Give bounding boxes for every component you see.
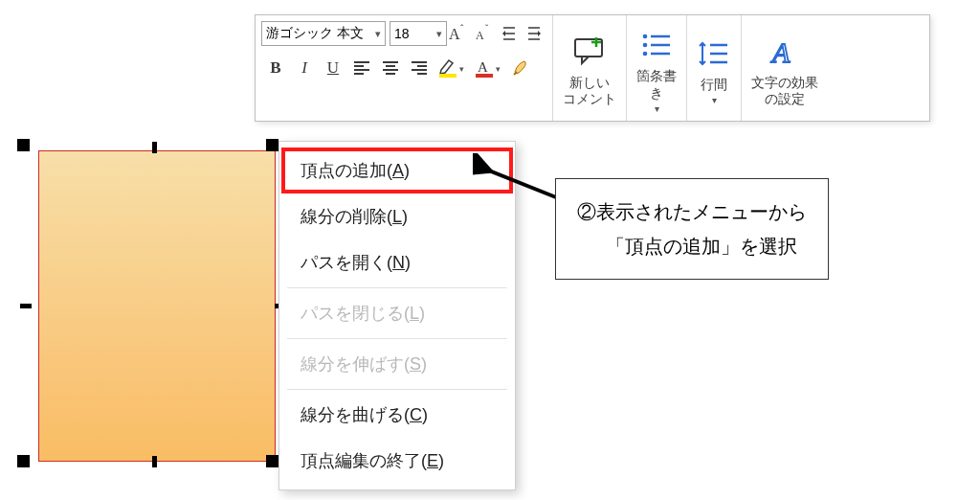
bullets-label: 箇条書 き xyxy=(636,68,677,102)
vertex-handle[interactable] xyxy=(266,455,278,467)
decrease-font-icon: A ˇ xyxy=(474,23,495,44)
line-spacing-icon xyxy=(697,39,731,68)
italic-button[interactable]: I xyxy=(290,54,319,82)
font-size-value: 18 xyxy=(394,26,410,41)
font-name-value: 游ゴシック 本文 xyxy=(266,25,364,42)
increase-font-button[interactable]: A ˆ xyxy=(447,19,472,48)
underline-label: U xyxy=(327,58,339,78)
increase-indent-button[interactable] xyxy=(522,19,546,48)
svg-text:A: A xyxy=(476,29,484,42)
line-spacing-label: 行間 xyxy=(701,77,727,94)
context-menu: 頂点の追加(A)線分の削除(L)パスを開く(N)パスを閉じる(L)線分を伸ばす(… xyxy=(278,141,516,490)
menu-separator xyxy=(287,287,507,288)
vertex-handle[interactable] xyxy=(17,455,30,467)
svg-point-10 xyxy=(643,34,648,39)
line-spacing-button[interactable]: 行間 ▾ xyxy=(687,15,742,121)
chevron-down-icon: ▾ xyxy=(375,28,381,40)
paintbrush-icon xyxy=(510,57,531,79)
bold-button[interactable]: B xyxy=(261,54,290,82)
chevron-down-icon: ▾ xyxy=(655,103,659,114)
chevron-down-icon: ▾ xyxy=(436,28,442,40)
bold-label: B xyxy=(270,58,280,78)
menu-separator xyxy=(287,389,507,390)
callout-line2: 「頂点の追加」を選択 xyxy=(577,229,807,263)
highlight-color-button[interactable]: ▾ xyxy=(434,54,470,82)
format-painter-button[interactable] xyxy=(506,54,535,82)
new-comment-label: 新しい コメント xyxy=(563,75,616,108)
decrease-font-button[interactable]: A ˇ xyxy=(472,19,497,48)
svg-point-11 xyxy=(643,43,648,48)
chevron-down-icon: ▾ xyxy=(712,95,717,105)
align-right-icon xyxy=(410,59,429,77)
text-effects-icon: A xyxy=(768,35,802,68)
formatting-ribbon: 游ゴシック 本文 ▾ 18 ▾ A ˆ A ˇ xyxy=(255,14,930,122)
font-color-icon: A ▾ xyxy=(474,57,502,80)
edge-handle[interactable] xyxy=(152,142,157,153)
callout-line1: ②表示されたメニューから xyxy=(577,194,807,229)
menu-item-c[interactable]: 線分を曲げる(C) xyxy=(281,392,513,438)
font-color-button[interactable]: A ▾ xyxy=(470,54,506,82)
highlight-icon: ▾ xyxy=(437,57,466,80)
svg-text:▾: ▾ xyxy=(496,64,501,74)
align-left-button[interactable] xyxy=(347,54,376,82)
bullets-icon xyxy=(639,31,674,59)
increase-indent-icon xyxy=(524,24,544,43)
font-name-select[interactable]: 游ゴシック 本文 ▾ xyxy=(261,21,386,46)
font-size-select[interactable]: 18 ▾ xyxy=(390,21,447,46)
menu-item-l[interactable]: 線分の削除(L) xyxy=(281,193,513,239)
italic-label: I xyxy=(301,58,307,78)
underline-button[interactable]: U xyxy=(319,54,347,82)
svg-text:A: A xyxy=(449,26,460,42)
align-right-button[interactable] xyxy=(405,54,434,82)
edge-handle[interactable] xyxy=(152,456,157,467)
menu-item-n[interactable]: パスを開く(N) xyxy=(281,239,513,285)
bullets-button[interactable]: 箇条書 き ▾ xyxy=(627,15,687,121)
decrease-indent-icon xyxy=(500,24,519,43)
menu-separator xyxy=(287,338,507,339)
vertex-handle[interactable] xyxy=(266,139,278,151)
vertex-handle[interactable] xyxy=(17,139,30,151)
svg-text:A: A xyxy=(478,59,488,75)
svg-rect-7 xyxy=(476,74,493,78)
selected-shape[interactable] xyxy=(38,150,276,462)
text-effects-label: 文字の効果 の設定 xyxy=(751,75,818,108)
svg-text:ˇ: ˇ xyxy=(485,24,489,34)
svg-point-12 xyxy=(643,52,648,57)
svg-text:ˆ: ˆ xyxy=(460,24,464,34)
decrease-indent-button[interactable] xyxy=(497,19,522,48)
align-center-icon xyxy=(381,59,400,77)
svg-rect-4 xyxy=(439,74,457,78)
svg-text:A: A xyxy=(770,36,791,68)
align-center-button[interactable] xyxy=(376,54,405,82)
new-comment-button[interactable]: 新しい コメント xyxy=(553,15,627,121)
instruction-callout: ②表示されたメニューから 「頂点の追加」を選択 xyxy=(555,178,829,280)
menu-item-l: パスを閉じる(L) xyxy=(281,290,513,336)
increase-font-icon: A ˆ xyxy=(449,23,470,44)
font-group: 游ゴシック 本文 ▾ 18 ▾ A ˆ A ˇ xyxy=(256,15,553,121)
edge-handle[interactable] xyxy=(20,304,32,308)
text-effects-button[interactable]: A 文字の効果 の設定 xyxy=(742,15,828,121)
svg-text:▾: ▾ xyxy=(459,64,464,74)
align-left-icon xyxy=(352,59,371,77)
comment-icon xyxy=(572,35,607,68)
menu-item-a[interactable]: 頂点の追加(A) xyxy=(281,148,513,193)
menu-item-e[interactable]: 頂点編集の終了(E) xyxy=(281,438,513,484)
menu-item-s: 線分を伸ばす(S) xyxy=(281,341,513,387)
